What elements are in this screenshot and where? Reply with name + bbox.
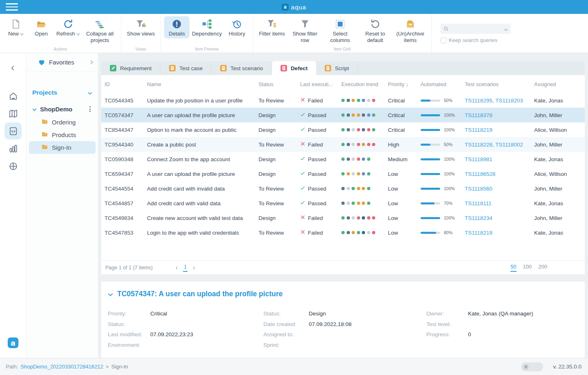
column-header-test-scenarios[interactable]: Test scenarios — [465, 81, 534, 87]
next-page-icon[interactable]: › — [193, 264, 195, 271]
column-header-execution-trend[interactable]: Execution trend — [341, 81, 388, 87]
cell-priority: Critical — [388, 127, 421, 133]
table-row[interactable]: TC4549834Create new account with valid t… — [101, 211, 585, 225]
table-row[interactable]: TC9544340Create a public postTo ReviewFa… — [101, 137, 585, 152]
test-scenario-link[interactable]: TS1118219 — [465, 127, 534, 133]
hamburger-menu-icon[interactable] — [6, 2, 20, 12]
toolbar-button-history[interactable]: History — [224, 16, 249, 38]
keep-search-queries-checkbox[interactable] — [441, 38, 446, 43]
toolbar-button-un-archive-items[interactable]: (Un)Archive items — [393, 16, 428, 45]
page-size-50[interactable]: 50 — [510, 264, 516, 272]
toolbar-button-dependency[interactable]: Dependency — [189, 16, 224, 38]
prev-page-icon[interactable]: ‹ — [176, 264, 178, 271]
trend-dot — [357, 113, 360, 117]
test-scenario-link[interactable]: TS1118234 — [465, 215, 534, 221]
table-row[interactable]: TC4544857Add credit card with valid data… — [101, 196, 585, 211]
cell-name: Create new account with valid test data — [147, 215, 258, 221]
toolbar-button-refresh[interactable]: Refresh — [54, 16, 82, 45]
sidebar-folder-sign-in[interactable]: Sign-In — [29, 141, 96, 154]
table-row[interactable]: TC4544554Add credit card with invalid da… — [101, 181, 585, 196]
table-row[interactable]: TC8544347Option to mark the account as p… — [101, 122, 585, 137]
cell-id: TC4547853 — [105, 230, 147, 236]
detail-field: Status: — [108, 321, 263, 332]
table-row[interactable]: TC0574347A user can upload the profile p… — [101, 108, 585, 122]
toolbar-button-filter-items[interactable]: Filter items — [256, 16, 287, 45]
toolbar-group-label: Actions — [0, 47, 121, 51]
search-input[interactable] — [451, 26, 502, 32]
cell-status: Design — [258, 171, 300, 177]
automated-percent: 50% — [444, 142, 452, 147]
kebab-menu-icon[interactable] — [88, 105, 92, 113]
tab-requirement[interactable]: Requirement — [101, 61, 160, 75]
column-header-name[interactable]: Name — [147, 81, 258, 87]
tab-test-case[interactable]: Test case — [160, 61, 212, 75]
trend-dot — [352, 113, 355, 117]
automated-percent: 100% — [444, 215, 455, 220]
table-row[interactable]: TC0590348Connect Zoom to the app account… — [101, 152, 585, 166]
toolbar-button-show-views[interactable]: Show views — [125, 16, 158, 38]
toolbar-button-select-columns[interactable]: Select columns — [323, 16, 358, 45]
chevron-right-icon[interactable] — [90, 59, 93, 66]
column-header-priority[interactable]: Priority ↓ — [388, 81, 421, 87]
page-number-button[interactable]: 1 — [183, 263, 187, 272]
cell-id: TC0544345 — [105, 98, 147, 104]
tab-script[interactable]: Script — [316, 61, 358, 75]
tab-label: Defect — [291, 65, 307, 71]
test-scenario-link[interactable]: TS1118111 — [465, 200, 534, 206]
test-scenario-link[interactable]: TS1118378 — [465, 112, 534, 118]
column-header-automated[interactable]: Automated — [421, 81, 465, 87]
cross-icon — [300, 97, 305, 104]
nav-modules-button[interactable] — [4, 158, 22, 175]
page-size-200[interactable]: 200 — [538, 264, 547, 272]
test-scenario-link[interactable]: TS1118219 — [465, 230, 534, 236]
settings-toggle[interactable] — [521, 362, 543, 371]
cell-last-execution: Passed — [300, 185, 341, 192]
toolbar-button-label: Filter items — [259, 31, 285, 37]
cell-priority: Critical — [388, 112, 421, 118]
nav-test-items-button[interactable] — [4, 122, 22, 140]
sidebar-folder-products[interactable]: Products — [29, 129, 96, 141]
cross-icon — [300, 229, 305, 236]
test-scenario-link[interactable]: TS1118228, TS1118002 — [465, 142, 534, 148]
toolbar-button-label: Open — [35, 31, 48, 37]
cell-automated: 100% — [421, 127, 465, 132]
trend-dot — [367, 158, 370, 161]
cell-priority: Low — [388, 230, 421, 236]
sidebar-folder-ordering[interactable]: Ordering — [29, 116, 96, 129]
toolbar-button-collapse-all-projects[interactable]: Collapse all projects — [82, 16, 118, 45]
table-row[interactable]: TC4547853Login to the app with valid cre… — [101, 225, 585, 240]
page-size-100[interactable]: 100 — [523, 264, 532, 272]
collapse-sidebar-button[interactable] — [4, 60, 22, 77]
favorites-row[interactable]: Favorites — [27, 53, 98, 72]
search-box[interactable] — [441, 24, 511, 34]
nav-home-button[interactable] — [4, 87, 22, 104]
toolbar-button-reset-to-default[interactable]: Reset to default — [358, 16, 393, 45]
collapse-detail-chevron-icon[interactable] — [108, 291, 113, 298]
projects-header[interactable]: Projects — [32, 89, 92, 96]
check-icon — [300, 156, 305, 162]
path-project-link[interactable]: ShopDemo_202203301728416212 — [20, 364, 103, 370]
chevron-down-icon[interactable] — [88, 89, 92, 96]
column-header-assigned[interactable]: Assigned — [534, 81, 585, 87]
column-header-last-executi[interactable]: Last executi... — [300, 81, 341, 87]
chevron-down-icon[interactable] — [32, 105, 40, 113]
search-dropdown-chevron-icon[interactable] — [504, 25, 508, 33]
test-scenario-link[interactable]: TS1118295, TS1118203 — [465, 98, 534, 104]
table-row[interactable]: TC6594347A user can upload the profile p… — [101, 166, 585, 181]
toolbar-button-new[interactable]: New — [3, 16, 29, 45]
column-header-id[interactable]: ID — [105, 81, 147, 87]
toolbar-button-open[interactable]: Open — [29, 16, 54, 45]
test-scenario-link[interactable]: TS1118560 — [465, 186, 534, 192]
table-row[interactable]: TC0544345Update the job position in a us… — [101, 93, 585, 108]
column-header-status[interactable]: Status — [258, 81, 300, 87]
test-scenario-link[interactable]: TS11186528 — [465, 171, 534, 177]
nav-reports-button[interactable] — [4, 140, 22, 157]
toolbar-button-show-filter-row[interactable]: Show filter row — [287, 16, 323, 45]
tab-test-scenario[interactable]: Test scenario — [212, 61, 272, 75]
tree-project-shopdemo[interactable]: ShopDemo — [29, 104, 96, 114]
test-scenario-link[interactable]: TS1118981 — [465, 156, 534, 162]
trend-dot — [352, 143, 355, 146]
nav-map-button[interactable] — [4, 105, 22, 122]
toolbar-button-details[interactable]: Details — [164, 16, 189, 38]
tab-defect[interactable]: Defect — [272, 61, 316, 75]
